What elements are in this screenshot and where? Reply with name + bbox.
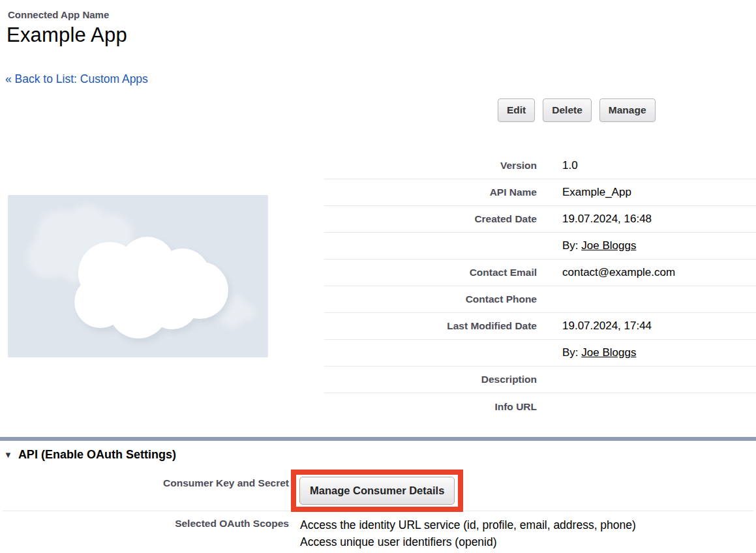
back-to-list-link[interactable]: « Back to List: Custom Apps bbox=[5, 72, 148, 86]
oauth-scope-item: Access unique user identifiers (openid) bbox=[300, 533, 636, 550]
oauth-section-title: API (Enable OAuth Settings) bbox=[18, 448, 176, 462]
delete-button[interactable]: Delete bbox=[543, 98, 592, 122]
detail-field-label: Created Date bbox=[324, 213, 537, 225]
connected-app-name-label: Connected App Name bbox=[8, 9, 109, 20]
detail-row: API NameExample_App bbox=[324, 179, 756, 206]
section-divider-bar bbox=[0, 437, 756, 441]
detail-row: Version1.0 bbox=[324, 153, 756, 179]
manage-consumer-details-button[interactable]: Manage Consumer Details bbox=[299, 477, 455, 505]
detail-field-label: Last Modified Date bbox=[324, 320, 537, 332]
detail-field-value: contact@example.com bbox=[562, 266, 675, 279]
detail-field-label: Description bbox=[324, 374, 537, 385]
oauth-scope-item: Access the identity URL service (id, pro… bbox=[300, 516, 636, 533]
highlight-annotation-box: Manage Consumer Details bbox=[291, 470, 463, 512]
detail-field-value: By: Joe Bloggs bbox=[562, 346, 636, 359]
detail-field-label: Version bbox=[324, 160, 537, 172]
consumer-key-secret-label: Consumer Key and Secret bbox=[0, 477, 289, 489]
selected-oauth-scopes-label: Selected OAuth Scopes bbox=[0, 518, 289, 530]
detail-field-value: Example_App bbox=[562, 186, 631, 199]
detail-row: Info URL bbox=[324, 393, 756, 420]
oauth-scopes-list: Access the identity URL service (id, pro… bbox=[300, 516, 636, 550]
detail-row: Description bbox=[324, 366, 756, 393]
detail-row: By: Joe Bloggs bbox=[324, 340, 756, 366]
oauth-section-header: ▼ API (Enable OAuth Settings) bbox=[4, 448, 176, 462]
detail-row: Last Modified Date19.07.2024, 17:44 bbox=[324, 313, 756, 340]
collapse-arrow-icon[interactable]: ▼ bbox=[4, 451, 12, 459]
cloud-illustration-icon bbox=[8, 195, 268, 357]
detail-field-label: Info URL bbox=[324, 401, 537, 413]
detail-field-value: 19.07.2024, 17:44 bbox=[562, 320, 652, 333]
detail-field-label: Contact Phone bbox=[324, 293, 537, 305]
page-title: Example App bbox=[7, 23, 127, 47]
detail-field-label: API Name bbox=[324, 187, 537, 198]
detail-field-value: By: Joe Bloggs bbox=[562, 239, 636, 252]
manage-button[interactable]: Manage bbox=[599, 98, 656, 122]
detail-row: By: Joe Bloggs bbox=[324, 233, 756, 260]
detail-field-value: 19.07.2024, 16:48 bbox=[562, 213, 652, 226]
user-link[interactable]: Joe Bloggs bbox=[581, 346, 636, 359]
details-table: Version1.0API NameExample_AppCreated Dat… bbox=[324, 153, 756, 420]
detail-field-value: 1.0 bbox=[562, 159, 578, 172]
user-link[interactable]: Joe Bloggs bbox=[581, 239, 636, 252]
detail-field-label: Contact Email bbox=[324, 267, 537, 278]
detail-row: Contact Emailcontact@example.com bbox=[324, 260, 756, 286]
detail-row: Contact Phone bbox=[324, 286, 756, 313]
edit-button[interactable]: Edit bbox=[498, 98, 535, 122]
detail-row: Created Date19.07.2024, 16:48 bbox=[324, 206, 756, 233]
app-logo-image bbox=[8, 195, 268, 357]
toolbar: EditDeleteManage bbox=[498, 98, 656, 122]
